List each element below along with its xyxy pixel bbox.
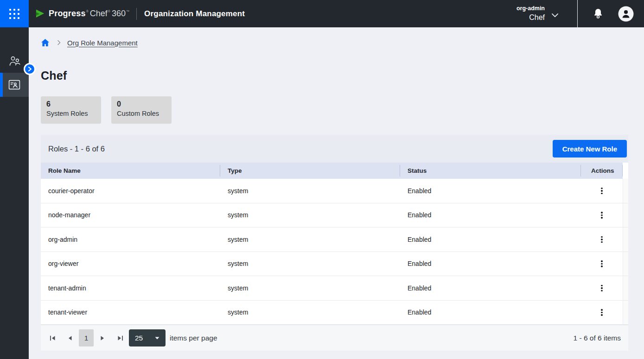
row-actions-button[interactable] <box>596 209 607 221</box>
id-card-icon <box>8 80 20 90</box>
cell-type: system <box>220 252 400 276</box>
trademark-symbol: ™ <box>126 10 129 13</box>
custom-roles-card: 0 Custom Roles <box>111 96 172 124</box>
account-button[interactable] <box>618 6 634 22</box>
sidebar-expand-button[interactable] <box>24 63 36 75</box>
row-actions-button[interactable] <box>596 258 607 270</box>
header-divider <box>136 8 137 20</box>
scrollbar-spacer <box>623 227 628 252</box>
grid-title: Roles - 1 - 6 of 6 <box>48 145 105 153</box>
cell-status: Enabled <box>400 179 581 203</box>
breadcrumb-home-button[interactable] <box>41 38 50 47</box>
cell-type: system <box>220 179 400 203</box>
app-title: Organization Management <box>144 9 245 19</box>
cell-type: system <box>220 301 400 325</box>
first-page-button[interactable] <box>44 330 61 346</box>
last-page-button[interactable] <box>111 330 129 346</box>
pagination-bar: 1 25 items <box>41 325 628 351</box>
users-icon <box>8 55 21 67</box>
current-page-button[interactable]: 1 <box>79 329 94 346</box>
cell-status: Enabled <box>400 301 581 325</box>
table-body: courier-operator system Enabled node-man… <box>41 179 628 325</box>
app-launcher-button[interactable] <box>0 0 29 27</box>
previous-page-button[interactable] <box>61 330 79 346</box>
apps-grid-icon <box>9 9 19 19</box>
last-page-icon <box>117 335 123 341</box>
table-row: org-admin system Enabled <box>41 227 628 252</box>
column-header-role-name: Role Name <box>41 163 220 179</box>
brand-logo[interactable]: Progress®Chef®360™ <box>35 8 130 19</box>
items-per-page-label: items per page <box>170 334 217 342</box>
custom-roles-label: Custom Roles <box>117 110 166 117</box>
page-title: Chef <box>41 69 628 82</box>
brand-progress-text: Progress <box>49 9 86 19</box>
scrollbar-spacer <box>623 276 628 300</box>
breadcrumb: Org Role Management <box>41 38 628 48</box>
next-page-button[interactable] <box>94 330 111 346</box>
trademark-symbol: ® <box>86 10 89 13</box>
user-menu[interactable]: org-admin Chef <box>516 5 545 23</box>
scrollbar-spacer <box>623 252 628 276</box>
screen: Progress®Chef®360™ Organization Manageme… <box>0 0 644 359</box>
cell-role-name: tenant-viewer <box>41 301 220 325</box>
system-roles-label: System Roles <box>46 110 96 117</box>
table-row: node-manager system Enabled <box>41 203 628 228</box>
brand-360-text: 360 <box>112 9 126 19</box>
cell-role-name: node-manager <box>41 203 220 227</box>
first-page-icon <box>50 335 56 341</box>
table-header-row: Role Name Type Status Actions <box>41 163 628 179</box>
scrollbar-spacer <box>623 179 628 203</box>
brand-chef-text: Chef <box>90 9 108 19</box>
grid-toolbar: Roles - 1 - 6 of 6 Create New Role <box>41 135 628 163</box>
cell-role-name: tenant-admin <box>41 276 220 300</box>
page-size-value: 25 <box>135 334 143 342</box>
row-actions-button[interactable] <box>596 282 607 295</box>
kebab-icon <box>601 309 603 311</box>
breadcrumb-link-org-role-management[interactable]: Org Role Management <box>67 39 138 47</box>
bell-icon <box>593 8 604 20</box>
chevron-down-icon[interactable] <box>551 13 559 18</box>
pagination-summary: 1 - 6 of 6 items <box>573 334 621 342</box>
sidebar-nav <box>0 27 29 359</box>
cell-status: Enabled <box>400 276 581 300</box>
user-org-label: Chef <box>516 13 545 22</box>
row-actions-button[interactable] <box>596 185 607 197</box>
sidebar-item-org-roles[interactable] <box>0 73 29 97</box>
row-actions-button[interactable] <box>596 306 607 319</box>
stats-cards: 6 System Roles 0 Custom Roles <box>41 96 628 124</box>
system-roles-card: 6 System Roles <box>41 96 101 124</box>
home-icon <box>41 38 50 47</box>
column-header-type: Type <box>220 163 400 179</box>
page-size-dropdown[interactable]: 25 <box>129 329 166 346</box>
table-row: tenant-viewer system Enabled <box>41 301 628 325</box>
header-section-divider <box>577 0 578 27</box>
previous-page-icon <box>68 335 72 341</box>
table-row: courier-operator system Enabled <box>41 179 628 203</box>
cell-role-name: org-admin <box>41 227 220 252</box>
user-role-label: org-admin <box>516 5 545 13</box>
progress-logo-icon <box>35 8 45 19</box>
create-new-role-button[interactable]: Create New Role <box>553 140 627 157</box>
kebab-icon <box>601 236 603 238</box>
chevron-right-icon <box>57 40 61 45</box>
column-header-status: Status <box>400 163 581 179</box>
main-content: Org Role Management Chef 6 System Roles … <box>29 27 644 359</box>
scrollbar-spacer <box>623 301 628 325</box>
column-header-actions: Actions <box>581 163 623 179</box>
cell-status: Enabled <box>400 227 581 252</box>
row-actions-button[interactable] <box>596 233 607 246</box>
cell-status: Enabled <box>400 203 581 227</box>
top-header: Progress®Chef®360™ Organization Manageme… <box>29 0 644 27</box>
scrollbar-spacer <box>623 203 628 227</box>
notifications-button[interactable] <box>593 8 604 20</box>
custom-roles-count: 0 <box>117 100 166 108</box>
cell-status: Enabled <box>400 252 581 276</box>
table-row: tenant-admin system Enabled <box>41 276 628 301</box>
cell-type: system <box>220 227 400 252</box>
cell-type: system <box>220 203 400 227</box>
trademark-symbol: ® <box>108 10 110 13</box>
avatar-icon <box>618 6 634 22</box>
caret-down-icon <box>155 337 159 340</box>
kebab-icon <box>601 212 603 214</box>
system-roles-count: 6 <box>46 100 96 108</box>
